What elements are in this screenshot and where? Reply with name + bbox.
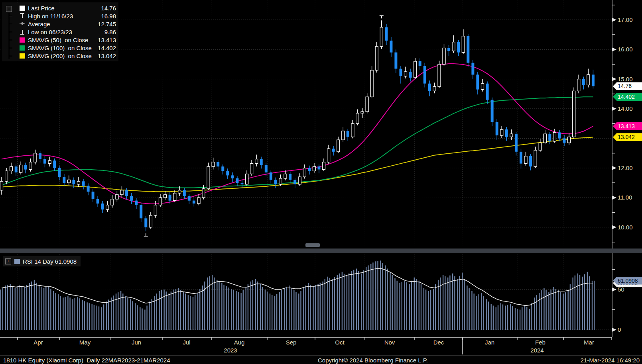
- legend-tree-stub: [9, 56, 12, 56]
- legend-item-value: 16.98: [101, 13, 116, 20]
- legend-tree-stub: [9, 24, 12, 24]
- legend-item-label: SMAVG (50) on Close: [28, 37, 88, 43]
- sma200-line: [2, 137, 593, 192]
- rsi-histogram: [0, 260, 595, 330]
- security-description: 1810 HK Equity (Xiaomi Corp) Daily 22MAR…: [3, 357, 170, 364]
- sma50-swatch: [20, 37, 25, 43]
- legend-item-value: 13.413: [98, 37, 116, 43]
- sma100-line: [2, 97, 593, 188]
- legend-tree-stub: [9, 16, 12, 16]
- price-axis-label: 16.00: [618, 46, 633, 53]
- copyright-text: Copyright© 2024 Bloomberg Finance L.P.: [318, 357, 428, 364]
- legend-item-value: 14.76: [101, 5, 116, 12]
- legend-item-sma200[interactable]: SMAVG (200) on Close13.042: [2, 52, 116, 60]
- legend-item-value: 12.745: [98, 21, 116, 27]
- legend-item-low[interactable]: Low on 06/23/239.86: [2, 28, 116, 36]
- high-marker-icon: [20, 13, 25, 19]
- price-axis-label: 15.00: [618, 76, 633, 82]
- status-bar: 1810 HK Equity (Xiaomi Corp) Daily 22MAR…: [0, 355, 642, 364]
- month-label[interactable]: Jan: [485, 339, 494, 346]
- price-axis-label: 14.00: [618, 105, 633, 112]
- sma200-swatch: [20, 53, 25, 59]
- month-label[interactable]: Nov: [384, 339, 395, 346]
- price-axis-label: 17.00: [618, 16, 633, 23]
- rsi-line: [2, 269, 593, 306]
- legend-item-high[interactable]: High on 11/16/2316.98: [2, 12, 116, 20]
- price-axis-label: 11.00: [618, 194, 632, 201]
- legend-item-label: SMAVG (100) on Close: [28, 45, 92, 51]
- month-label[interactable]: Jun: [132, 339, 141, 346]
- price-legend-panel: - Last Price14.76High on 11/16/2316.98Av…: [2, 2, 118, 61]
- legend-item-sma100[interactable]: SMAVG (100) on Close14.402: [2, 44, 116, 52]
- sma100-swatch: [20, 45, 25, 51]
- month-label[interactable]: May: [79, 339, 91, 346]
- month-label[interactable]: Oct: [335, 339, 344, 346]
- legend-item-last-price[interactable]: Last Price14.76: [2, 4, 116, 12]
- month-label[interactable]: Sep: [286, 339, 297, 346]
- rsi-legend-label[interactable]: RSI 14 Day 61.0908: [23, 258, 77, 265]
- legend-item-label: High on 11/16/23: [28, 13, 73, 20]
- price-axis-label: 12.00: [618, 164, 633, 171]
- legend-item-value: 14.402: [98, 45, 116, 51]
- low-marker: [144, 233, 148, 236]
- month-label[interactable]: Mar: [584, 339, 594, 346]
- legend-item-average[interactable]: Average12.745: [2, 20, 116, 28]
- high-marker: [380, 16, 384, 18]
- price-value-tag: 14.76: [613, 82, 642, 90]
- month-label[interactable]: Aug: [234, 339, 245, 346]
- legend-tree-stub: [9, 48, 12, 48]
- rsi-swatch: [14, 259, 20, 264]
- rsi-expand-icon[interactable]: +: [5, 258, 11, 264]
- rsi-value-tag: 61.0908: [613, 277, 642, 285]
- panel-resize-handle[interactable]: [305, 243, 320, 247]
- panel-divider: [0, 249, 642, 253]
- average-marker-icon: [20, 21, 25, 27]
- price-value-tag: 13.413: [613, 122, 642, 130]
- legend-item-sma50[interactable]: SMAVG (50) on Close13.413: [2, 36, 116, 44]
- rsi-axis-label: 0: [618, 326, 621, 333]
- price-axis-label: 10.00: [618, 224, 633, 231]
- month-label[interactable]: Feb: [535, 339, 546, 346]
- legend-tree-stub: [9, 32, 12, 32]
- sma50-line: [2, 64, 593, 204]
- legend-item-label: Average: [28, 21, 50, 27]
- month-label[interactable]: Apr: [33, 339, 43, 346]
- last-price-swatch: [20, 6, 25, 11]
- legend-item-value: 9.86: [104, 29, 116, 35]
- legend-item-label: Last Price: [28, 5, 55, 12]
- timestamp: 21-Mar-2024 16:49:20: [581, 357, 640, 364]
- price-value-tag: 14.402: [613, 93, 642, 101]
- month-label[interactable]: Jul: [183, 339, 190, 346]
- legend-item-label: SMAVG (200) on Close: [28, 53, 92, 59]
- legend-item-label: Low on 06/23/23: [28, 29, 72, 35]
- legend-tree-line: [9, 13, 9, 59]
- low-marker-icon: [20, 29, 25, 35]
- legend-collapse-icon[interactable]: -: [6, 6, 12, 12]
- month-label[interactable]: Dec: [433, 339, 444, 346]
- year-label: 2023: [224, 347, 237, 354]
- legend-item-value: 13.042: [98, 53, 116, 59]
- price-value-tag: 13.042: [613, 133, 642, 141]
- rsi-legend-panel: + RSI 14 Day 61.0908: [3, 256, 81, 266]
- legend-tree-stub: [9, 40, 12, 40]
- bloomberg-chart-window: 17.0016.0015.0014.0012.0011.0010.0050058…: [0, 0, 642, 364]
- year-label: 2024: [530, 347, 544, 354]
